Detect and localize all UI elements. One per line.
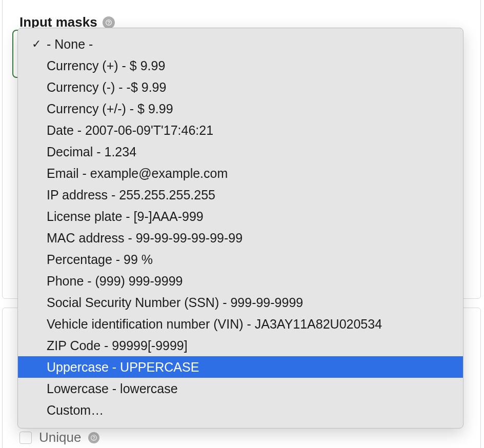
unique-checkbox[interactable]: [19, 432, 32, 444]
dropdown-option-label: Vehicle identification number (VIN) - JA…: [47, 317, 460, 332]
dropdown-option-label: MAC address - 99-99-99-99-99-99: [47, 231, 460, 246]
dropdown-option[interactable]: License plate - [9-]AAA-999: [18, 206, 463, 227]
dropdown-option[interactable]: Currency (+/-) - $ 9.99: [18, 98, 463, 119]
dropdown-option-label: Uppercase - UPPERCASE: [47, 360, 460, 375]
dropdown-option[interactable]: IP address - 255.255.255.255: [18, 184, 463, 206]
unique-checkbox-label: Unique: [39, 430, 81, 445]
dropdown-option[interactable]: Custom…: [18, 399, 463, 421]
dropdown-option[interactable]: MAC address - 99-99-99-99-99-99: [18, 227, 463, 249]
dropdown-option[interactable]: Date - 2007-06-09'T'17:46:21: [18, 119, 463, 141]
dropdown-option[interactable]: Currency (-) - -$ 9.99: [18, 76, 463, 98]
dropdown-option-label: Phone - (999) 999-9999: [47, 274, 460, 289]
dropdown-option-label: Lowercase - lowercase: [47, 381, 460, 396]
dropdown-option-label: Date - 2007-06-09'T'17:46:21: [47, 123, 460, 138]
dropdown-option[interactable]: Vehicle identification number (VIN) - JA…: [18, 313, 463, 335]
dropdown-option-label: - None -: [47, 37, 460, 52]
dropdown-option-label: Currency (+) - $ 9.99: [47, 58, 460, 73]
help-icon[interactable]: [88, 432, 99, 443]
help-icon[interactable]: [103, 16, 115, 29]
dropdown-option-label: Social Security Number (SSN) - 999-99-99…: [47, 295, 460, 310]
dropdown-option[interactable]: Decimal - 1.234: [18, 141, 463, 162]
check-icon: ✓: [26, 37, 47, 51]
dropdown-option-label: Custom…: [47, 403, 460, 418]
unique-checkbox-row: Unique: [19, 430, 99, 445]
dropdown-option-label: Currency (+/-) - $ 9.99: [47, 101, 460, 116]
dropdown-option[interactable]: ✓- None -: [18, 33, 463, 55]
dropdown-option[interactable]: Percentage - 99 %: [18, 249, 463, 270]
dropdown-option-label: IP address - 255.255.255.255: [47, 188, 460, 202]
dropdown-option-label: Currency (-) - -$ 9.99: [47, 80, 460, 95]
dropdown-option[interactable]: Lowercase - lowercase: [18, 378, 463, 399]
dropdown-option[interactable]: ZIP Code - 99999[-9999]: [18, 335, 463, 356]
dropdown-option[interactable]: Uppercase - UPPERCASE: [18, 356, 463, 378]
dropdown-option-label: ZIP Code - 99999[-9999]: [47, 338, 460, 353]
dropdown-option[interactable]: Email - example@example.com: [18, 162, 463, 184]
dropdown-option-label: Email - example@example.com: [47, 166, 460, 181]
dropdown-option[interactable]: Currency (+) - $ 9.99: [18, 55, 463, 76]
dropdown-option-label: Percentage - 99 %: [47, 252, 460, 267]
dropdown-option[interactable]: Social Security Number (SSN) - 999-99-99…: [18, 292, 463, 313]
dropdown-option-label: License plate - [9-]AAA-999: [47, 209, 460, 224]
dropdown-option-label: Decimal - 1.234: [47, 145, 460, 159]
dropdown-option[interactable]: Phone - (999) 999-9999: [18, 270, 463, 292]
input-masks-dropdown[interactable]: ✓- None -Currency (+) - $ 9.99Currency (…: [17, 28, 463, 429]
